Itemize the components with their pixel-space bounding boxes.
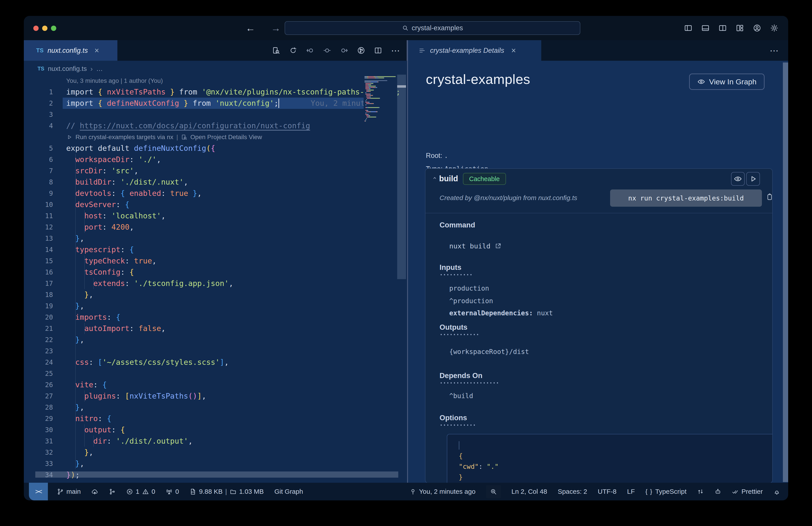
line-number: 12 bbox=[24, 222, 53, 233]
tab-label: crystal-examples Details bbox=[430, 47, 504, 55]
status-branch[interactable]: main bbox=[57, 488, 81, 495]
status-ports[interactable]: 0 bbox=[166, 488, 179, 495]
status-problems[interactable]: 10 bbox=[126, 488, 155, 495]
status-git-graph[interactable]: Git Graph bbox=[274, 488, 303, 495]
status-eol[interactable]: LF bbox=[627, 488, 635, 495]
status-git-graph-label: Git Graph bbox=[274, 488, 303, 495]
refresh-icon[interactable] bbox=[289, 46, 297, 55]
code-line-33: 33 }, bbox=[24, 458, 407, 469]
line-number: 15 bbox=[24, 255, 53, 267]
status-file-size[interactable]: 9.88 KB|1.03 MB bbox=[190, 488, 264, 495]
chevron-up-icon[interactable] bbox=[432, 175, 438, 181]
status-cursor-position[interactable]: Ln 2, Col 48 bbox=[511, 488, 547, 495]
outputs-heading: Outputs bbox=[439, 323, 467, 331]
prev-change-icon[interactable] bbox=[306, 46, 314, 55]
code-line-24: 24 css: ['~/assets/css/styles.scss'], bbox=[24, 357, 407, 368]
horizontal-scrollbar[interactable] bbox=[35, 471, 398, 478]
breadcrumb-symbol[interactable]: … bbox=[96, 65, 103, 72]
status-blame[interactable]: You, 2 minutes ago bbox=[409, 488, 476, 495]
external-link-icon[interactable] bbox=[494, 242, 502, 250]
more-actions-icon[interactable]: ⋯ bbox=[391, 45, 401, 56]
account-icon[interactable] bbox=[753, 24, 761, 32]
view-target-button[interactable] bbox=[731, 172, 745, 186]
code-line-12: 12 port: 4200, bbox=[24, 222, 407, 233]
layout-sidebar-right-icon[interactable] bbox=[719, 24, 727, 32]
more-actions-icon[interactable]: ⋯ bbox=[770, 40, 779, 61]
run-target-button[interactable] bbox=[746, 172, 760, 186]
breadcrumb[interactable]: TS nuxt.config.ts › … bbox=[38, 63, 103, 74]
status-copilot[interactable] bbox=[714, 488, 721, 495]
status-notifications[interactable] bbox=[773, 488, 780, 495]
line-number: 10 bbox=[24, 199, 53, 210]
status-language[interactable]: { }TypeScript bbox=[646, 488, 686, 495]
status-sync[interactable] bbox=[697, 488, 704, 495]
options-json-row: } bbox=[447, 472, 773, 483]
radio-tower-icon bbox=[166, 488, 173, 495]
split-editor-icon[interactable] bbox=[374, 46, 382, 55]
forward-icon[interactable]: → bbox=[271, 16, 281, 40]
minimap[interactable] bbox=[364, 61, 397, 483]
minimize-window-button[interactable] bbox=[42, 26, 47, 31]
typescript-file-icon: TS bbox=[36, 47, 43, 54]
options-json-box[interactable]: {"cwd": "."} bbox=[447, 434, 773, 483]
options-json-row: "cwd": "." bbox=[447, 461, 773, 472]
panel-scrollbar[interactable] bbox=[783, 62, 788, 482]
line-number: 3 bbox=[24, 109, 53, 120]
code-line-4: 4// https://nuxt.com/docs/api/configurat… bbox=[24, 120, 407, 131]
close-window-button[interactable] bbox=[33, 26, 39, 31]
codelens-open-link[interactable]: Open Project Details View bbox=[190, 131, 262, 143]
root-value: . bbox=[444, 152, 448, 159]
code-lines: You, 3 minutes ago | 1 author (You)1impo… bbox=[24, 75, 407, 481]
close-tab-icon[interactable]: × bbox=[511, 46, 516, 55]
status-indentation[interactable]: Spaces: 2 bbox=[558, 488, 587, 495]
status-formatter[interactable]: Prettier bbox=[732, 488, 763, 495]
maximize-window-button[interactable] bbox=[51, 26, 56, 31]
breadcrumb-file[interactable]: nuxt.config.ts bbox=[48, 65, 87, 72]
status-encoding[interactable]: UTF-8 bbox=[598, 488, 617, 495]
layout-grid-icon[interactable] bbox=[736, 24, 744, 32]
project-details-panel: crystal-examples View In Graph Root: . T… bbox=[408, 61, 788, 483]
line-number: 33 bbox=[24, 458, 53, 469]
nx-run-command-chip[interactable]: nx run crystal-examples:build bbox=[610, 189, 762, 207]
code-line-2: 2import { defineNuxtConfig } from 'nuxt/… bbox=[24, 98, 407, 109]
code-line-6: 6 workspaceDir: './', bbox=[24, 154, 407, 165]
layout-sidebar-left-icon[interactable] bbox=[684, 24, 692, 32]
status-publish[interactable] bbox=[91, 488, 98, 495]
status-indentation-label: Spaces: 2 bbox=[558, 488, 587, 495]
indent-guide bbox=[93, 436, 94, 447]
vscode-window: ← → crystal-examples TS nuxt.config.ts ×… bbox=[24, 16, 788, 500]
command-value: nuxt build bbox=[449, 242, 491, 250]
code-line-32: 32 }, bbox=[24, 447, 407, 458]
file-search-icon[interactable] bbox=[272, 46, 280, 55]
status-zoom[interactable] bbox=[486, 485, 501, 498]
status-source-control-graph[interactable] bbox=[109, 488, 116, 495]
codelens-run-link[interactable]: Run crystal-examples targets via nx bbox=[75, 131, 173, 143]
copy-icon[interactable] bbox=[766, 193, 773, 201]
indent-guide bbox=[84, 323, 85, 334]
codelens-row[interactable]: Run crystal-examples targets via nx|Open… bbox=[24, 131, 407, 143]
close-tab-icon[interactable]: × bbox=[95, 46, 99, 55]
code-line-31: 31 dir: './dist/.output', bbox=[24, 436, 407, 447]
status-file-size-label: 9.88 KB bbox=[199, 488, 223, 495]
options-heading: Options bbox=[439, 414, 467, 422]
command-center-search[interactable]: crystal-examples bbox=[285, 21, 580, 35]
remote-indicator[interactable]: >< bbox=[29, 483, 48, 500]
circle-dash-icon[interactable] bbox=[323, 46, 331, 55]
line-number: 31 bbox=[24, 436, 53, 447]
graph-circle-icon[interactable] bbox=[357, 46, 365, 55]
play-icon[interactable] bbox=[66, 134, 72, 140]
vertical-scrollbar[interactable] bbox=[397, 75, 406, 279]
back-icon[interactable]: ← bbox=[246, 16, 255, 40]
target-name[interactable]: build bbox=[439, 174, 458, 183]
project-details-icon[interactable] bbox=[181, 134, 187, 140]
gear-icon[interactable] bbox=[770, 24, 779, 32]
next-change-icon[interactable] bbox=[340, 46, 348, 55]
view-in-graph-button[interactable]: View In Graph bbox=[689, 73, 765, 90]
tab-nuxt-config[interactable]: TS nuxt.config.ts × bbox=[24, 40, 117, 61]
layout-panel-icon[interactable] bbox=[701, 24, 710, 32]
input-item: production bbox=[449, 284, 489, 292]
tab-project-details[interactable]: crystal-examples Details × bbox=[408, 40, 541, 61]
cacheable-badge: Cacheable bbox=[463, 173, 506, 185]
project-title: crystal-examples bbox=[426, 71, 530, 87]
code-line-27: 27 plugins: [nxViteTsPaths()], bbox=[24, 390, 407, 402]
